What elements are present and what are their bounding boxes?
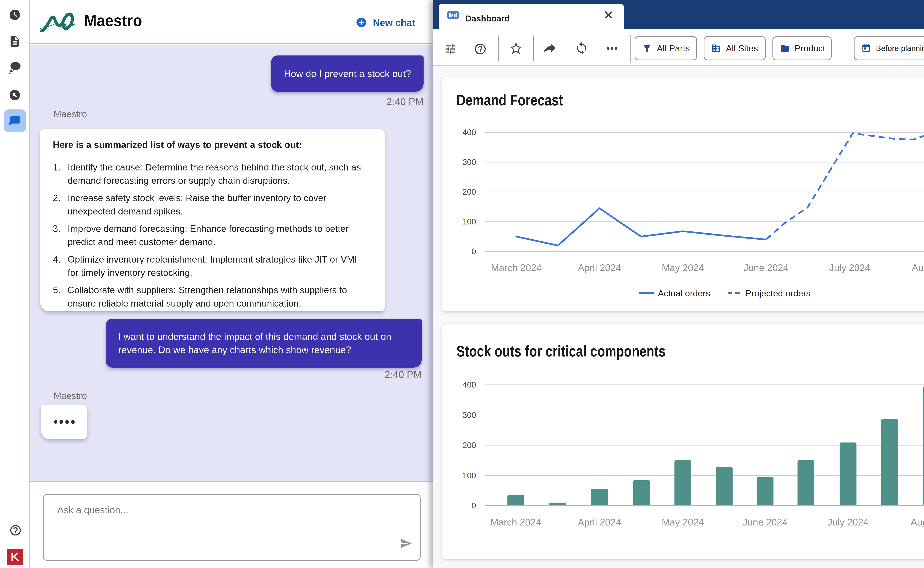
- svg-text:200: 200: [463, 187, 476, 196]
- svg-text:Aug 2024: Aug 2024: [911, 517, 924, 527]
- svg-text:April 2024: April 2024: [578, 262, 621, 273]
- svg-text:March 2024: March 2024: [490, 517, 541, 527]
- svg-text:Aug 2024: Aug 2024: [912, 262, 924, 273]
- svg-text:100: 100: [463, 217, 476, 226]
- svg-text:0: 0: [472, 501, 476, 510]
- svg-text:July 2024: July 2024: [829, 262, 870, 273]
- svg-text:May 2024: May 2024: [662, 262, 704, 273]
- svg-text:June 2024: June 2024: [744, 262, 788, 273]
- svg-text:300: 300: [463, 411, 476, 420]
- svg-text:June 2024: June 2024: [743, 517, 788, 527]
- svg-text:300: 300: [463, 157, 476, 166]
- svg-text:May 2024: May 2024: [662, 517, 704, 527]
- svg-text:0: 0: [472, 247, 476, 256]
- svg-text:400: 400: [463, 380, 476, 389]
- svg-text:March 2024: March 2024: [491, 262, 542, 273]
- svg-text:100: 100: [463, 471, 476, 480]
- svg-text:April 2024: April 2024: [578, 517, 621, 527]
- svg-text:200: 200: [463, 441, 476, 450]
- svg-text:July 2024: July 2024: [828, 517, 869, 527]
- svg-text:Projected orders: Projected orders: [746, 289, 811, 298]
- svg-text:Actual orders: Actual orders: [658, 289, 710, 298]
- svg-text:400: 400: [463, 128, 476, 137]
